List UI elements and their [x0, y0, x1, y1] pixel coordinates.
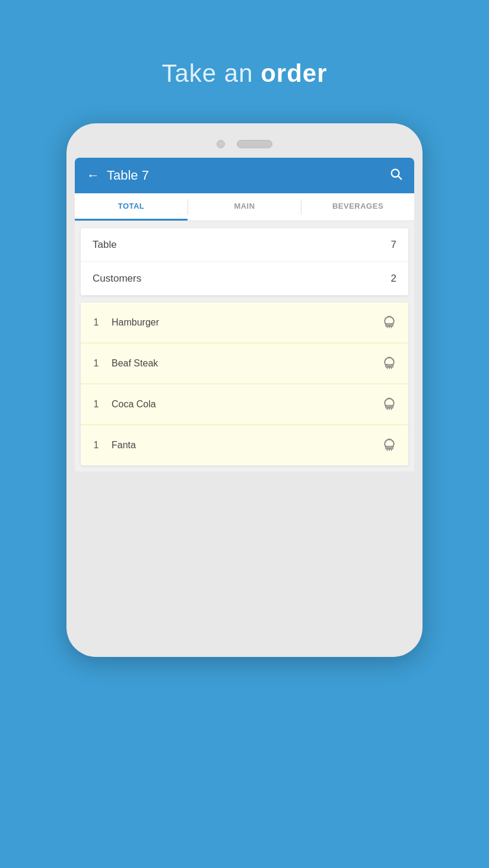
title-prefix: Take an [161, 59, 261, 87]
tab-beverages[interactable]: BEVERAGES [301, 193, 414, 221]
chef-hat-icon-0[interactable] [379, 312, 400, 333]
tab-main[interactable]: MAIN [188, 193, 301, 221]
chef-hat-icon-3[interactable] [379, 435, 400, 456]
item-name-3: Fanta [112, 440, 379, 451]
chef-hat-icon-2[interactable] [379, 394, 400, 415]
screen-bottom-area [75, 471, 414, 639]
order-list: 1 Hamburger 1 Beaf Steak [81, 302, 408, 465]
info-row-customers: Customers 2 [81, 262, 408, 295]
search-button[interactable] [389, 167, 402, 184]
chef-hat-icon-1[interactable] [379, 353, 400, 374]
list-item[interactable]: 1 Fanta [81, 425, 408, 465]
item-qty-3: 1 [89, 440, 103, 451]
list-item[interactable]: 1 Hamburger [81, 302, 408, 343]
app-bar-title: Table 7 [107, 168, 149, 183]
tabs-bar: TOTAL MAIN BEVERAGES [75, 193, 414, 221]
table-label: Table [93, 239, 117, 251]
svg-line-1 [398, 176, 401, 179]
customers-label: Customers [93, 273, 141, 285]
app-bar-left: ← Table 7 [87, 168, 149, 183]
list-item[interactable]: 1 Coca Cola [81, 384, 408, 425]
page-title: Take an order [161, 59, 327, 88]
back-button[interactable]: ← [87, 168, 100, 183]
item-qty-0: 1 [89, 317, 103, 328]
item-name-0: Hamburger [112, 317, 379, 328]
info-card: Table 7 Customers 2 [81, 228, 408, 295]
info-row-table: Table 7 [81, 228, 408, 262]
phone-screen: ← Table 7 TOTAL MAIN BEVERAGES Table 7 [75, 158, 414, 639]
item-name-2: Coca Cola [112, 399, 379, 410]
item-name-1: Beaf Steak [112, 358, 379, 369]
phone-speaker [237, 140, 272, 148]
list-item[interactable]: 1 Beaf Steak [81, 343, 408, 384]
phone-camera [217, 140, 225, 148]
phone-frame: ← Table 7 TOTAL MAIN BEVERAGES Table 7 [66, 123, 423, 657]
customers-value: 2 [391, 273, 396, 285]
table-value: 7 [391, 239, 396, 251]
item-qty-2: 1 [89, 399, 103, 410]
item-qty-1: 1 [89, 358, 103, 369]
app-bar: ← Table 7 [75, 158, 414, 193]
tab-total[interactable]: TOTAL [75, 193, 188, 221]
phone-top-bar [75, 134, 414, 158]
title-bold: order [261, 59, 327, 87]
